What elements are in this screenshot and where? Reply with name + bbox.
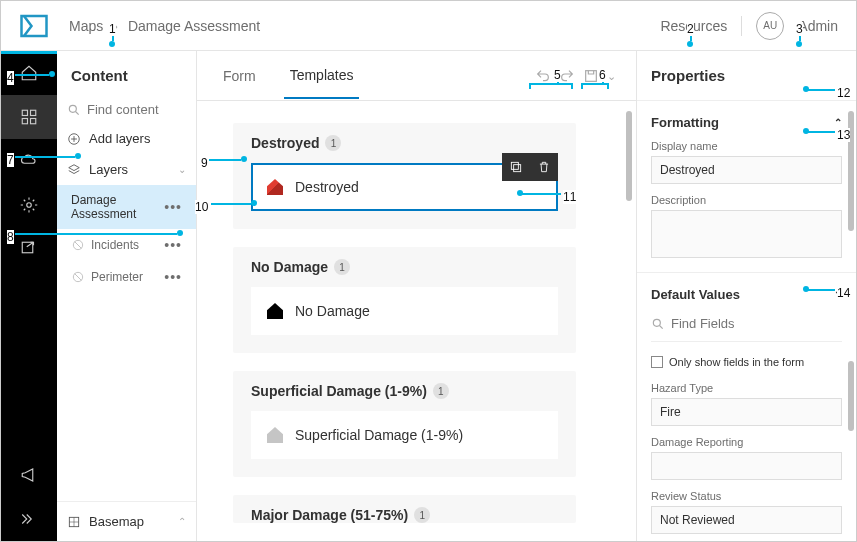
layers-label: Layers xyxy=(89,162,128,177)
svg-rect-1 xyxy=(22,110,27,115)
layer-perimeter[interactable]: Perimeter ••• xyxy=(57,261,196,293)
properties-title: Properties xyxy=(637,51,856,101)
damage-reporting-input[interactable] xyxy=(651,452,842,480)
more-icon[interactable]: ••• xyxy=(164,199,182,215)
avatar[interactable]: AU xyxy=(756,12,784,40)
nav-cloud-icon[interactable] xyxy=(1,139,57,183)
add-layers-label: Add layers xyxy=(89,131,150,146)
search-icon xyxy=(651,317,665,331)
count-badge: 1 xyxy=(334,259,350,275)
group-title: Superficial Damage (1-9%) xyxy=(251,383,427,399)
only-show-checkbox[interactable] xyxy=(651,356,663,368)
group-title: Destroyed xyxy=(251,135,319,151)
trash-icon[interactable] xyxy=(530,153,558,181)
breadcrumb-current: Damage Assessment xyxy=(128,18,260,34)
find-fields-input[interactable] xyxy=(671,316,791,331)
scrollbar[interactable] xyxy=(848,361,854,431)
properties-panel: Properties Formatting ⌃ Display name Des… xyxy=(636,51,856,541)
layer-damage-assessment[interactable]: Damage Assessment ••• xyxy=(57,185,196,229)
svg-rect-12 xyxy=(586,70,597,81)
more-icon[interactable]: ••• xyxy=(164,269,182,285)
house-grey-icon xyxy=(267,427,283,443)
group-title: Major Damage (51-75%) xyxy=(251,507,408,523)
template-tile-destroyed[interactable]: Destroyed xyxy=(251,163,558,211)
chevron-down-icon[interactable]: ⌄ xyxy=(607,70,616,84)
more-icon[interactable]: ••• xyxy=(164,237,182,253)
count-badge: 1 xyxy=(325,135,341,151)
basemap-icon xyxy=(67,515,81,529)
layer-label: Damage Assessment xyxy=(71,193,151,221)
only-show-label: Only show fields in the form xyxy=(669,356,804,368)
layers-icon xyxy=(67,163,81,177)
damage-reporting-label: Damage Reporting xyxy=(651,436,842,448)
description-label: Description xyxy=(651,194,842,206)
svg-rect-13 xyxy=(511,162,518,169)
nav-gear-icon[interactable] xyxy=(1,183,57,227)
basemap-toggle[interactable]: Basemap ⌃ xyxy=(57,501,196,541)
scrollbar[interactable] xyxy=(848,111,854,231)
layer-label: Incidents xyxy=(91,238,139,252)
svg-rect-3 xyxy=(22,119,27,124)
formatting-section[interactable]: Formatting xyxy=(651,115,719,130)
admin-label[interactable]: Admin xyxy=(798,18,838,34)
description-input[interactable] xyxy=(651,210,842,258)
chevron-down-icon: ⌄ xyxy=(178,164,186,175)
count-badge: 1 xyxy=(433,383,449,399)
svg-rect-14 xyxy=(514,165,521,172)
main-area: Form Templates ⌄ Destroyed 1 xyxy=(197,51,636,541)
disabled-icon xyxy=(71,238,85,252)
divider xyxy=(741,16,742,36)
group-title: No Damage xyxy=(251,259,328,275)
nav-announce-icon[interactable] xyxy=(1,453,57,497)
save-icon[interactable] xyxy=(583,68,599,84)
house-black-icon xyxy=(267,303,283,319)
template-tile-superficial[interactable]: Superficial Damage (1-9%) xyxy=(251,411,558,459)
svg-point-7 xyxy=(69,105,76,112)
template-group-destroyed: Destroyed 1 Destroyed xyxy=(233,123,576,229)
tile-label: No Damage xyxy=(295,303,370,319)
app-logo-icon[interactable] xyxy=(19,11,49,41)
tile-label: Superficial Damage (1-9%) xyxy=(295,427,463,443)
disabled-icon xyxy=(71,270,85,284)
basemap-label: Basemap xyxy=(89,514,144,529)
template-group-no-damage: No Damage 1 No Damage xyxy=(233,247,576,353)
tab-templates[interactable]: Templates xyxy=(284,53,360,99)
hazard-type-input[interactable] xyxy=(651,398,842,426)
display-name-label: Display name xyxy=(651,140,842,152)
duplicate-icon[interactable] xyxy=(502,153,530,181)
hazard-type-label: Hazard Type xyxy=(651,382,842,394)
add-layers-button[interactable]: Add layers xyxy=(57,123,196,154)
svg-point-15 xyxy=(653,319,660,326)
review-status-input[interactable] xyxy=(651,506,842,534)
template-group-superficial: Superficial Damage (1-9%) 1 Superficial … xyxy=(233,371,576,477)
template-group-major: Major Damage (51-75%) 1 xyxy=(233,495,576,523)
house-red-icon xyxy=(267,179,283,195)
content-search-input[interactable] xyxy=(87,102,167,117)
scrollbar[interactable] xyxy=(626,111,632,201)
nav-layers-icon[interactable] xyxy=(1,95,57,139)
plus-circle-icon xyxy=(67,132,81,146)
chevron-up-icon[interactable]: ⌃ xyxy=(834,117,842,128)
svg-point-5 xyxy=(27,203,32,208)
content-title: Content xyxy=(57,51,196,96)
tile-label: Destroyed xyxy=(295,179,359,195)
undo-icon[interactable] xyxy=(535,68,551,84)
redo-icon[interactable] xyxy=(559,68,575,84)
tab-form[interactable]: Form xyxy=(217,54,262,98)
default-values-section[interactable]: Default Values xyxy=(651,287,740,302)
content-panel: Content Add layers Layers ⌄ Damage Asses… xyxy=(57,51,197,541)
svg-rect-4 xyxy=(31,119,36,124)
header: Maps › Damage Assessment Resources AU Ad… xyxy=(1,1,856,51)
svg-rect-2 xyxy=(31,110,36,115)
display-name-input[interactable] xyxy=(651,156,842,184)
nav-expand-icon[interactable] xyxy=(1,497,57,541)
breadcrumb-maps[interactable]: Maps xyxy=(69,18,103,34)
chevron-up-icon[interactable]: ⌃ xyxy=(834,289,842,300)
left-nav xyxy=(1,51,57,541)
search-icon xyxy=(67,103,81,117)
count-badge: 1 xyxy=(414,507,430,523)
breadcrumb: Maps › Damage Assessment xyxy=(69,18,260,34)
resources-link[interactable]: Resources xyxy=(660,18,727,34)
template-tile-no-damage[interactable]: No Damage xyxy=(251,287,558,335)
chevron-up-icon: ⌃ xyxy=(178,516,186,527)
